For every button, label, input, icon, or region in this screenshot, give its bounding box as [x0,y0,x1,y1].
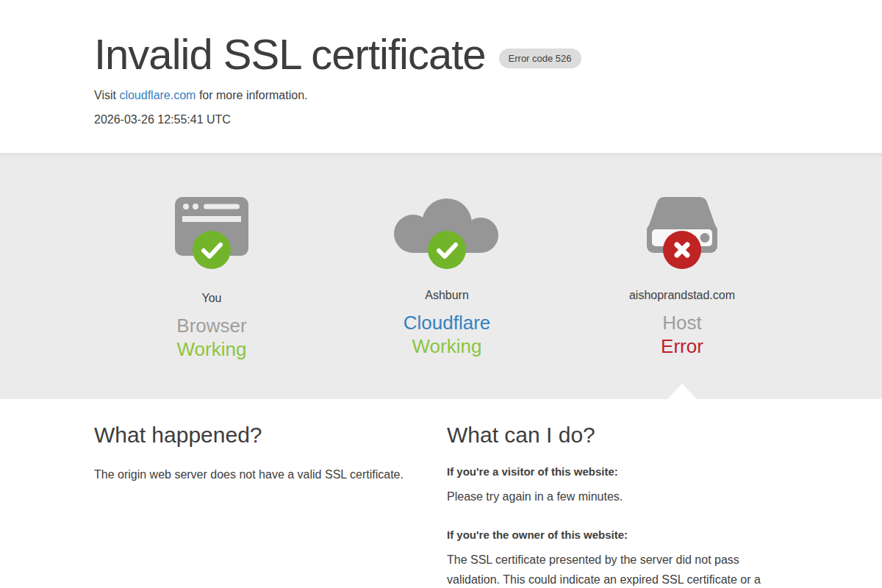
info-sections: What happened? The origin web server doe… [94,399,800,588]
header: Invalid SSL certificate Error code 526 V… [0,0,882,153]
what-can-i-do-heading: What can I do? [447,423,791,448]
owner-text: The SSL certificate presented by the ser… [447,551,791,588]
server-icon [647,197,717,256]
cloudflare-link[interactable]: cloudflare.com [119,89,196,101]
status-col-cloudflare: Ashburn Cloudflare Working [329,197,564,361]
status-state: Working [94,338,329,361]
status-col-host: aishoprandstad.com Host Error [564,197,800,361]
status-band: You Browser Working [0,153,882,399]
error-code-badge: Error code 526 [499,49,581,68]
cross-icon [663,231,701,269]
owner-label: If you're the owner of this website: [447,528,791,541]
what-happened-section: What happened? The origin web server doe… [94,423,417,588]
visit-prefix: Visit [94,89,119,101]
status-name: You [94,292,329,305]
visitor-label: If you're a visitor of this website: [447,465,791,478]
cloudflare-role-link[interactable]: Cloudflare [404,312,491,334]
browser-icon [175,197,248,256]
visitor-text: Please try again in a few minutes. [447,487,791,506]
status-role: Cloudflare [329,312,564,334]
timestamp: 2026-03-26 12:55:41 UTC [94,113,800,126]
visit-suffix: for more information. [196,89,307,101]
check-icon [428,231,466,269]
status-role: Host [564,312,800,334]
cloud-icon [392,197,502,256]
check-icon [193,231,231,269]
status-role: Browser [94,315,329,337]
status-state: Working [329,335,564,358]
status-name: Ashburn [329,289,564,302]
status-col-browser: You Browser Working [94,197,329,361]
what-happened-heading: What happened? [94,423,417,448]
page-title: Invalid SSL certificate [94,32,486,77]
what-happened-body: The origin web server does not have a va… [94,465,417,484]
visit-info-line: Visit cloudflare.com for more informatio… [94,89,800,102]
status-name: aishoprandstad.com [564,289,800,302]
what-can-i-do-section: What can I do? If you're a visitor of th… [447,423,791,588]
status-state: Error [564,335,800,358]
